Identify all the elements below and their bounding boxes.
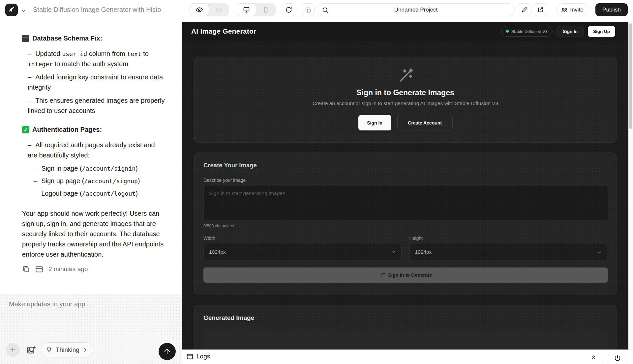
refresh-button[interactable] <box>282 3 295 16</box>
chat-list-item: –Logout page (/account/logout) <box>34 188 166 199</box>
hero-create-account-button[interactable]: Create Account <box>397 115 453 130</box>
project-search-bar[interactable]: Unnamed Project <box>317 3 515 16</box>
inline-code: /account/logout <box>82 190 136 197</box>
text-run: This ensures generated images are proper… <box>28 97 165 114</box>
hero-actions: Sign In Create Account <box>358 115 453 130</box>
search-icon <box>322 7 329 14</box>
duplicate-button[interactable] <box>301 3 315 16</box>
power-button[interactable] <box>608 352 627 364</box>
generate-button[interactable]: Sign In to Generate <box>203 267 608 283</box>
chevron-down-icon <box>596 249 602 255</box>
power-icon <box>614 355 621 362</box>
inline-code: text <box>127 50 141 57</box>
height-value: 1024px <box>415 249 432 255</box>
width-value: 1024px <box>209 249 226 255</box>
bullet-dash: – <box>28 97 31 104</box>
inline-code: /account/signup <box>84 178 138 184</box>
add-attachment-button[interactable] <box>6 343 20 357</box>
bullet-dash: – <box>28 73 31 81</box>
chat-list-item: –Sign in page (/account/signin) <box>34 163 166 174</box>
chat-panel: understandsDatabase Schema Fix:–Updated … <box>0 22 182 294</box>
prompt-textarea[interactable]: Sign in to start generating images <box>203 186 608 220</box>
app-logo[interactable] <box>5 4 18 16</box>
preview-header-actions: Stable Diffusion V3 Sign In Sign Up <box>501 26 615 37</box>
refresh-icon <box>286 7 292 13</box>
logs-bar[interactable]: Logs <box>182 350 633 364</box>
message-timestamp: 2 minutes ago <box>48 266 88 273</box>
chevrons-up-icon <box>590 353 597 360</box>
expand-logs-button[interactable] <box>590 353 597 360</box>
assistant-message: understandsDatabase Schema Fix:–Updated … <box>0 22 182 260</box>
chevron-down-icon[interactable] <box>20 8 27 14</box>
width-label: Width <box>203 236 402 241</box>
width-select[interactable]: 1024px <box>203 244 402 260</box>
header-sign-up-button[interactable]: Sign Up <box>588 26 615 37</box>
image-add-icon <box>26 345 36 355</box>
dimensions-row: Width 1024px Height 1024px <box>203 236 607 260</box>
bullet-dash: – <box>34 190 37 197</box>
mobile-toggle[interactable] <box>256 3 276 16</box>
thinking-mode-selector[interactable]: Thinking <box>41 342 93 357</box>
text-run: Sign in page ( <box>41 165 82 172</box>
top-bar: Stable Diffusion Image Generator with Hi… <box>0 0 633 22</box>
restore-version-icon[interactable] <box>35 265 44 273</box>
composer: Thinking <box>0 294 182 364</box>
composer-input[interactable] <box>8 300 166 308</box>
model-badge: Stable Diffusion V3 <box>501 26 553 37</box>
hero-sign-in-button[interactable]: Sign In <box>358 115 391 130</box>
eye-icon <box>196 6 203 13</box>
preview-content: Sign in to Generate Images Create an acc… <box>194 41 617 350</box>
header-sign-in-button[interactable]: Sign In <box>557 26 584 37</box>
logs-toggle[interactable]: Logs <box>186 353 210 360</box>
hero-create-account-label: Create Account <box>408 120 442 126</box>
magic-wand-icon <box>379 272 385 278</box>
describe-label: Describe your image <box>203 178 607 183</box>
pencil-icon <box>522 7 528 13</box>
preview-scrollbar-thumb[interactable] <box>629 23 632 129</box>
logs-divider <box>603 352 603 362</box>
people-icon <box>561 7 568 13</box>
preview-eye-toggle[interactable] <box>190 3 209 16</box>
text-run: Updated <box>35 50 62 57</box>
code-view-toggle[interactable] <box>209 3 228 16</box>
chat-heading-text: Database Schema Fix: <box>32 33 102 43</box>
bullet-dash: – <box>28 141 31 149</box>
magic-wand-icon <box>397 67 414 84</box>
hero-sign-in-label: Sign In <box>367 120 382 126</box>
chat-list-item: –Updated user_id column from text to int… <box>28 49 166 69</box>
text-run: ) <box>138 177 140 184</box>
chat-list-item: –This ensures generated images are prope… <box>28 96 166 116</box>
check-emoji-icon: ✓ <box>22 126 29 133</box>
rename-button[interactable] <box>518 3 531 16</box>
external-link-icon <box>537 7 544 13</box>
invite-label: Invite <box>570 7 584 13</box>
invite-button[interactable]: Invite <box>556 3 588 16</box>
logs-panel-icon <box>186 353 194 360</box>
desktop-toggle[interactable] <box>237 3 256 16</box>
text-run: Your app should now work perfectly! User… <box>22 210 164 258</box>
app-preview: AI Image Generator Stable Diffusion V3 S… <box>182 22 628 350</box>
height-select[interactable]: 1024px <box>409 244 608 260</box>
add-image-button[interactable] <box>26 345 36 355</box>
open-external-button[interactable] <box>534 3 547 16</box>
preview-app-title: AI Image Generator <box>191 27 256 35</box>
generate-label: Sign In to Generate <box>388 272 432 278</box>
text-run: Logout page ( <box>41 190 82 197</box>
chat-heading: Database Schema Fix: <box>22 33 166 43</box>
send-button[interactable] <box>159 343 176 360</box>
text-run: Added foreign key constraint to ensure d… <box>28 73 163 91</box>
bullet-dash: – <box>34 165 37 172</box>
text-run: Sign up page ( <box>41 177 84 184</box>
text-run: All required auth pages already exist an… <box>28 141 155 159</box>
lightbulb-icon <box>45 346 53 353</box>
hero-title: Sign in to Generate Images <box>356 88 454 97</box>
text-run: ) <box>136 190 138 197</box>
copy-message-icon[interactable] <box>22 265 30 273</box>
chat-paragraph: Your app should now work perfectly! User… <box>22 209 166 260</box>
publish-button[interactable]: Publish <box>595 3 628 16</box>
plus-icon <box>9 346 16 353</box>
model-badge-label: Stable Diffusion V3 <box>511 29 548 34</box>
preview-scrollbar-track[interactable] <box>628 22 633 350</box>
code-icon <box>216 7 222 13</box>
chat-heading: ✓Authentication Pages: <box>22 125 166 135</box>
